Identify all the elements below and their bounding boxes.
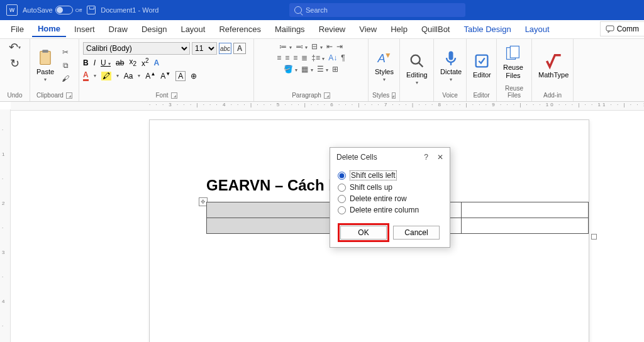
editing-label: Editing [406,71,428,79]
align-right-button[interactable]: ≡ [293,53,297,62]
styles-label: Styles [375,68,394,75]
paragraph-group-label: Paragraph [292,92,321,99]
group-editor: Editor Editor [467,39,497,101]
help-button[interactable]: ? [424,153,428,162]
radio-delete-row[interactable]: Delete entire row [338,193,442,204]
grow-font-button[interactable]: A▲ [145,71,155,80]
table-cell[interactable] [207,202,334,218]
editing-button[interactable]: Editing▾ [404,51,430,87]
styles-launcher[interactable] [392,92,396,99]
radio-delete-column[interactable]: Delete entire column [338,204,442,216]
group-addin: MathType Add-in [532,39,574,101]
redo-button[interactable]: ↻ [10,57,19,70]
menubar: File Home Insert Draw Design Layout Refe… [0,20,644,39]
styles-button[interactable]: A Styles▾ [372,48,396,84]
clear-formatting-button[interactable]: abc [219,43,231,54]
tab-insert[interactable]: Insert [69,22,101,36]
align-center-button[interactable]: ≡ [285,53,289,62]
tab-references[interactable]: References [213,22,266,36]
highlight-button[interactable]: 🖍 [101,72,111,80]
font-color-button[interactable]: A [83,70,89,81]
shading-button[interactable]: 🪣 ▾ [284,65,297,74]
show-marks-button[interactable]: ¶ [341,53,345,62]
radio-shift-up[interactable]: Shift cells up [338,182,442,193]
decrease-indent-button[interactable]: ⇤ [326,42,333,51]
tab-table-design[interactable]: Table Design [458,22,516,36]
bold-button[interactable]: B [83,58,89,67]
cancel-button[interactable]: Cancel [393,226,440,240]
justify-button[interactable]: ≣ [301,53,308,62]
distribute-button[interactable]: ☰ ▾ [317,65,328,74]
char-border-button[interactable]: A [175,71,186,81]
bullets-button[interactable]: ≔ ▾ [279,42,291,51]
tab-layout[interactable]: Layout [175,22,211,36]
delete-cells-dialog: Delete Cells ? ✕ Shift cells left Shift … [330,147,450,248]
case-button[interactable]: Aa [124,72,133,80]
superscript-button[interactable]: x2 [142,57,149,68]
ok-button[interactable]: OK [340,226,387,240]
tab-quillbot[interactable]: QuillBot [416,22,456,36]
change-case-button[interactable]: A [233,43,246,54]
table-cell[interactable] [461,202,588,218]
copy-button[interactable]: ⧉ [59,60,72,71]
svg-line-5 [418,62,423,67]
comments-button[interactable]: Comm [600,21,644,36]
paste-button[interactable]: Paste ▾ [34,48,57,84]
dialog-titlebar[interactable]: Delete Cells ? ✕ [330,148,450,167]
horizontal-ruler[interactable]: · · · 3 · · · | · · · 4 · · · | · · · 5 … [11,102,644,111]
tab-home[interactable]: Home [32,21,66,37]
group-clipboard: Paste ▾ ✂ ⧉ 🖌 Clipboard [30,39,79,101]
font-size-select[interactable]: 11 [192,42,217,55]
tab-design[interactable]: Design [136,22,172,36]
tab-view[interactable]: View [353,22,382,36]
tab-review[interactable]: Review [313,22,352,36]
reuse-button[interactable]: Reuse Files [501,43,526,80]
table-cell[interactable] [461,218,588,234]
paste-label: Paste [36,68,54,75]
borders-button[interactable]: ▦ ▾ [301,65,313,74]
format-painter-button[interactable]: 🖌 [59,73,72,84]
text-effects-button[interactable]: A [154,58,160,67]
clipboard-launcher[interactable] [66,92,72,99]
vertical-ruler[interactable]: ·1·2·3·4·5·6 [0,109,11,342]
line-spacing-button[interactable]: ‡≡ ▾ [311,53,325,62]
font-group-label: Font [155,92,168,99]
tab-draw[interactable]: Draw [103,22,133,36]
subscript-button[interactable]: x2 [129,57,136,67]
tab-mailings[interactable]: Mailings [269,22,311,36]
close-icon[interactable]: ✕ [437,153,443,162]
table-cell[interactable] [207,218,334,234]
cut-button[interactable]: ✂ [59,47,72,58]
document-canvas[interactable]: · · · 3 · · · | · · · 4 · · · | · · · 5 … [0,102,644,342]
mathtype-button[interactable]: MathType [536,51,571,80]
sort-button[interactable]: A↓ [328,53,337,62]
enclose-button[interactable]: ⊕ [191,72,197,80]
editor-button[interactable]: Editor [470,51,494,80]
dictate-button[interactable]: Dictate▾ [438,48,464,84]
search-box[interactable]: Search [289,3,465,17]
snap-grid-button[interactable]: ⊞ [332,65,338,74]
undo-button[interactable]: ↶▾ [9,40,21,54]
align-left-button[interactable]: ≡ [277,53,281,62]
numbering-button[interactable]: ≕ ▾ [296,42,308,51]
underline-button[interactable]: U ▾ [101,58,111,67]
font-name-select[interactable]: Calibri (Body) [83,42,190,55]
save-icon[interactable] [87,6,96,14]
tab-table-layout[interactable]: Layout [519,22,555,36]
autosave-toggle[interactable]: AutoSave Off [23,6,82,14]
voice-group-label: Voice [438,91,462,100]
increase-indent-button[interactable]: ⇥ [336,42,343,51]
font-launcher[interactable] [171,92,177,99]
multilevel-button[interactable]: ⊟ ▾ [311,42,322,51]
tab-file[interactable]: File [5,22,30,36]
radio-shift-left[interactable]: Shift cells left [338,169,442,182]
shrink-font-button[interactable]: A▼ [160,71,170,80]
table-resize-handle[interactable] [591,234,597,240]
italic-button[interactable]: I [94,58,96,67]
tab-help[interactable]: Help [385,22,413,36]
titlebar: W AutoSave Off Document1 - Word Search [0,0,644,20]
paragraph-launcher[interactable] [324,92,330,99]
editor-icon [473,52,491,70]
strike-button[interactable]: ab [116,58,124,67]
toggle-pill[interactable] [55,6,73,14]
